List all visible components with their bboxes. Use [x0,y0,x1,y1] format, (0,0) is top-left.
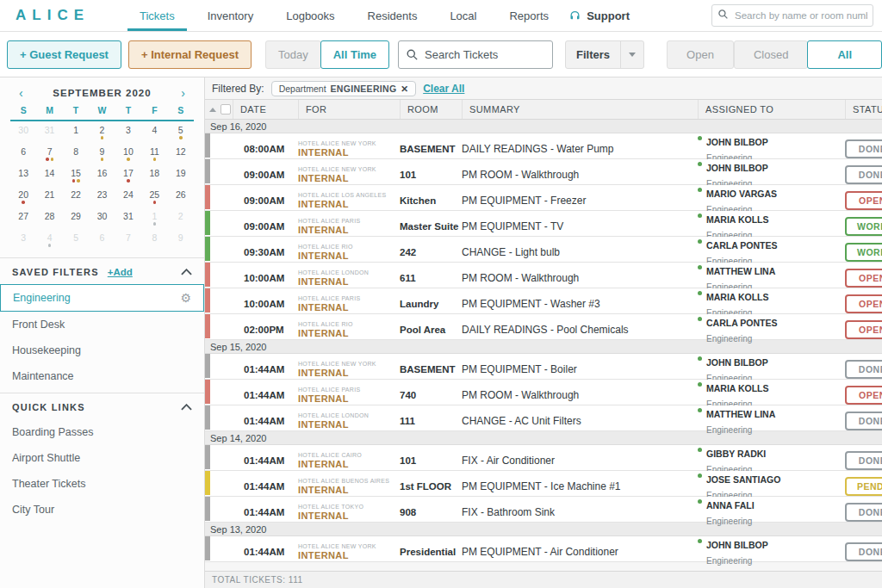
col-assigned-to[interactable]: ASSIGNED TO [698,100,845,119]
add-saved-filter-link[interactable]: +Add [108,267,133,277]
calendar-day[interactable]: 12 [168,143,194,164]
calendar-day[interactable]: 22 [63,186,89,207]
gear-icon[interactable]: ⚙ [180,292,191,304]
col-summary[interactable]: SUMMARY [462,100,698,119]
calendar-day[interactable]: 31 [115,207,141,229]
calendar-day[interactable]: 13 [10,164,36,186]
status-badge[interactable]: DONE [845,139,882,158]
sort-icon[interactable] [209,108,216,112]
nav-item-tickets[interactable]: Tickets [140,0,175,31]
status-badge[interactable]: DONE [845,503,882,522]
nav-item-logbooks[interactable]: Logbooks [286,0,334,31]
ticket-row[interactable]: 09:30AM HOTEL ALICE RIO INTERNAL 242 CHA… [205,237,882,263]
calendar-day[interactable]: 18 [141,164,167,186]
calendar-day[interactable]: 24 [115,186,141,207]
calendar-day[interactable]: 15 [63,164,89,186]
ticket-row[interactable]: 01:44AM HOTEL ALICE NEW YORK INTERNAL BA… [205,354,882,380]
saved-filter-maintenance[interactable]: Maintenance [0,363,204,389]
calendar-day[interactable]: 3 [10,229,36,251]
support-button[interactable]: Support [568,9,630,22]
quick-link-boarding-passes[interactable]: Boarding Passes [0,419,204,445]
ticket-row[interactable]: 02:00PM HOTEL ALICE RIO INTERNAL Pool Ar… [205,314,882,340]
nav-item-inventory[interactable]: Inventory [208,0,253,31]
nav-item-residents[interactable]: Residents [368,0,418,31]
calendar-day[interactable]: 16 [89,164,115,186]
chevron-up-icon[interactable] [181,404,192,411]
col-room[interactable]: ROOM [400,100,462,119]
ticket-row[interactable]: 09:00AM HOTEL ALICE PARIS INTERNAL Maste… [205,211,882,237]
filters-dropdown[interactable]: Filters [565,40,644,69]
calendar-day[interactable]: 9 [168,229,194,251]
status-badge[interactable]: DONE [845,165,882,184]
status-badge[interactable]: DONE [845,360,882,379]
saved-filter-housekeeping[interactable]: Housekeeping [0,337,204,363]
col-status[interactable]: STATUS [845,100,882,119]
calendar-day[interactable]: 2 [89,121,115,143]
open-filter-button[interactable]: Open [667,40,734,69]
status-badge[interactable]: DONE [845,412,882,430]
nav-item-reports[interactable]: Reports [509,0,549,31]
clear-all-link[interactable]: Clear All [423,83,464,95]
ticket-row[interactable]: 01:44AM HOTEL ALICE NEW YORK INTERNAL Pr… [205,536,882,562]
status-badge[interactable]: WORKING [845,243,882,262]
closed-filter-button[interactable]: Closed [734,40,808,69]
calendar-day[interactable]: 29 [63,207,89,229]
calendar-day[interactable]: 8 [63,143,89,164]
quick-link-airport-shuttle[interactable]: Airport Shuttle [0,445,204,471]
status-badge[interactable]: OPEN [845,320,882,339]
quick-link-theater-tickets[interactable]: Theater Tickets [0,471,204,497]
ticket-row[interactable]: 09:00AM HOTEL ALICE LOS ANGELES INTERNAL… [205,185,882,211]
ticket-row[interactable]: 01:44AM HOTEL ALICE BUENOS AIRES INTERNA… [205,471,882,497]
calendar-day[interactable]: 7 [115,229,141,251]
internal-request-button[interactable]: + Internal Request [128,40,252,69]
calendar-day[interactable]: 9 [89,143,115,164]
calendar-day[interactable]: 11 [141,143,167,164]
status-badge[interactable]: DONE [845,542,882,561]
status-badge[interactable]: DONE [845,451,882,470]
ticket-row[interactable]: 09:00AM HOTEL ALICE NEW YORK INTERNAL 10… [205,159,882,185]
ticket-row[interactable]: 01:44AM HOTEL ALICE LONDON INTERNAL 111 … [205,405,882,431]
all-time-button[interactable]: All Time [320,40,389,69]
calendar-day[interactable]: 14 [36,164,62,186]
calendar-day[interactable]: 1 [141,207,167,229]
calendar-day[interactable]: 6 [89,229,115,251]
status-badge[interactable]: WORKING [845,217,882,236]
calendar-day[interactable]: 8 [141,229,167,251]
saved-filter-front-desk[interactable]: Front Desk [0,312,204,337]
ticket-row[interactable]: 01:44AM HOTEL ALICE TOKYO INTERNAL 908 F… [205,497,882,523]
status-badge[interactable]: OPEN [845,269,882,288]
saved-filter-engineering[interactable]: Engineering⚙ [0,284,204,312]
guest-request-button[interactable]: + Guest Request [7,40,121,69]
status-badge[interactable]: OPEN [845,191,882,210]
ticket-search-input[interactable] [398,40,553,69]
calendar-day[interactable]: 3 [115,121,141,143]
status-badge[interactable]: PENDING [845,477,882,496]
calendar-day[interactable]: 6 [10,143,36,164]
status-badge[interactable]: OPEN [845,294,882,313]
remove-chip-icon[interactable]: ✕ [401,84,408,94]
calendar-day[interactable]: 30 [89,207,115,229]
department-filter-chip[interactable]: Department ENGINEERING ✕ [271,81,416,96]
calendar-day[interactable]: 5 [63,229,89,251]
calendar-day[interactable]: 7 [36,143,62,164]
calendar-day[interactable]: 23 [89,186,115,207]
today-button[interactable]: Today [265,40,321,69]
calendar-day[interactable]: 2 [168,207,194,229]
col-date[interactable]: DATE [233,100,298,119]
calendar-prev-icon[interactable]: ‹ [16,86,27,100]
calendar-day[interactable]: 19 [168,164,194,186]
ticket-row[interactable]: 10:00AM HOTEL ALICE LONDON INTERNAL 611 … [205,263,882,288]
ticket-row[interactable]: 08:00AM HOTEL ALICE NEW YORK INTERNAL BA… [205,133,882,159]
calendar-day[interactable]: 4 [141,121,167,143]
select-all-checkbox[interactable] [220,104,231,115]
calendar-day[interactable]: 26 [168,186,194,207]
calendar-day[interactable]: 10 [115,143,141,164]
calendar-day[interactable]: 30 [10,121,36,143]
ticket-row[interactable]: 01:44AM HOTEL ALICE CAIRO INTERNAL 101 F… [205,445,882,471]
calendar-day[interactable]: 5 [168,121,194,143]
calendar-next-icon[interactable]: › [177,86,189,100]
calendar-day[interactable]: 28 [36,207,62,229]
all-filter-button[interactable]: All [807,40,882,69]
status-badge[interactable]: OPEN [845,386,882,405]
col-for[interactable]: FOR [298,100,400,119]
